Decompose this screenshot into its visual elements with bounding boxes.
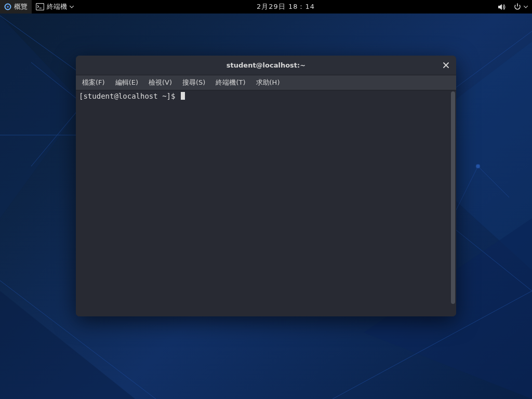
volume-icon bbox=[498, 4, 506, 10]
activities-button[interactable]: 概覽 bbox=[0, 0, 32, 14]
clock-label: 2月29日 18：14 bbox=[257, 2, 315, 11]
app-menu-button[interactable]: 終端機 bbox=[32, 0, 78, 14]
svg-point-12 bbox=[7, 6, 9, 8]
svg-rect-13 bbox=[36, 4, 44, 10]
system-menu-button[interactable] bbox=[510, 0, 532, 14]
clock-button[interactable]: 2月29日 18：14 bbox=[252, 0, 319, 14]
chevron-down-icon bbox=[70, 6, 74, 8]
menu-edit[interactable]: 編輯(E) bbox=[110, 75, 143, 90]
window-title: student@localhost:~ bbox=[227, 61, 305, 69]
gnome-top-panel: 概覽 終端機 2月29日 18：14 bbox=[0, 0, 532, 14]
power-icon bbox=[514, 3, 521, 10]
close-icon bbox=[443, 61, 449, 70]
chevron-down-icon bbox=[524, 6, 528, 8]
activities-label: 概覽 bbox=[14, 2, 28, 11]
terminal-window: student@localhost:~ 檔案(F) 編輯(E) 檢視(V) 搜尋… bbox=[76, 56, 456, 316]
scrollbar-vertical[interactable] bbox=[451, 91, 455, 304]
window-titlebar[interactable]: student@localhost:~ bbox=[76, 56, 456, 75]
svg-point-8 bbox=[476, 164, 480, 168]
terminal-menubar: 檔案(F) 編輯(E) 檢視(V) 搜尋(S) 終端機(T) 求助(H) bbox=[76, 75, 456, 90]
sound-indicator[interactable] bbox=[494, 0, 510, 14]
terminal-icon bbox=[36, 3, 44, 10]
menu-terminal[interactable]: 終端機(T) bbox=[210, 75, 250, 90]
menu-file[interactable]: 檔案(F) bbox=[76, 75, 110, 90]
window-close-button[interactable] bbox=[441, 60, 451, 71]
menu-search[interactable]: 搜尋(S) bbox=[177, 75, 210, 90]
terminal-viewport[interactable]: [student@localhost ~]$ bbox=[76, 90, 456, 316]
activities-icon bbox=[4, 3, 11, 10]
menu-view[interactable]: 檢視(V) bbox=[143, 75, 177, 90]
menu-help[interactable]: 求助(H) bbox=[251, 75, 285, 90]
shell-prompt: [student@localhost ~]$ bbox=[79, 92, 180, 100]
app-menu-label: 終端機 bbox=[47, 2, 67, 11]
text-cursor bbox=[181, 92, 185, 100]
